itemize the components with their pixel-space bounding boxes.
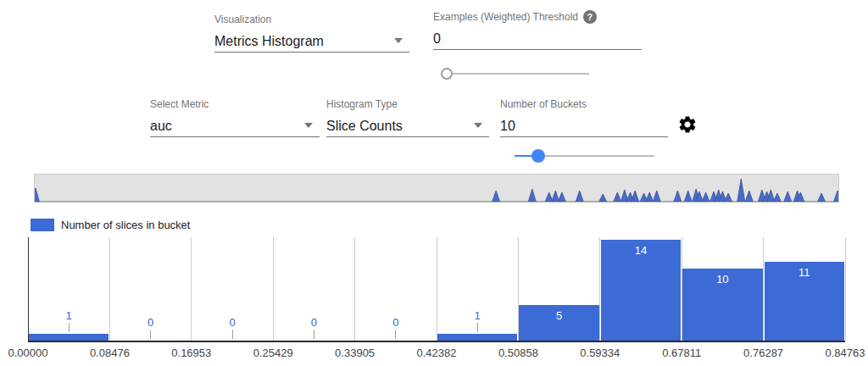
legend-label: Number of slices in bucket bbox=[61, 219, 190, 231]
threshold-field: Examples (Weighted) Threshold ? bbox=[433, 11, 642, 50]
histogram-type-dropdown[interactable]: Slice Counts bbox=[326, 115, 489, 137]
bar-value-label: 1 bbox=[460, 309, 494, 322]
annotation-stem bbox=[69, 323, 70, 332]
gridline bbox=[191, 237, 192, 341]
x-axis-tick-label: 0.76287 bbox=[734, 347, 793, 359]
metrics-histogram-chart: 10000151410110.000000.084760.169530.2542… bbox=[0, 233, 868, 366]
metric-label: Select Metric bbox=[150, 98, 320, 110]
annotation-stem bbox=[395, 330, 396, 339]
chevron-down-icon bbox=[394, 38, 403, 43]
visualization-label: Visualization bbox=[214, 14, 409, 25]
x-axis-tick-label: 0.16953 bbox=[162, 347, 221, 359]
x-axis-tick-label: 0.00000 bbox=[0, 347, 58, 359]
slice-overview-strip bbox=[34, 174, 839, 202]
bar-value-label: 11 bbox=[764, 266, 845, 279]
x-axis-tick-label: 0.25429 bbox=[243, 347, 303, 359]
visualization-field: Visualization Metrics Histogram bbox=[214, 14, 409, 53]
chart-legend: Number of slices in bucket bbox=[31, 219, 190, 231]
threshold-input-wrap bbox=[433, 28, 642, 50]
histogram-bar[interactable] bbox=[29, 334, 108, 341]
visualization-dropdown[interactable]: Metrics Histogram bbox=[214, 30, 409, 53]
visualization-value: Metrics Histogram bbox=[214, 32, 324, 51]
histogram-bar[interactable] bbox=[437, 334, 517, 341]
bar-value-label: 0 bbox=[215, 316, 249, 329]
buckets-field: Number of Buckets bbox=[500, 98, 668, 137]
threshold-label: Examples (Weighted) Threshold bbox=[433, 11, 578, 23]
metrics-histogram-app: Visualization Metrics Histogram Examples… bbox=[0, 0, 868, 366]
bar-value-label: 1 bbox=[52, 309, 86, 322]
threshold-label-row: Examples (Weighted) Threshold ? bbox=[433, 11, 642, 23]
annotation-stem bbox=[232, 330, 233, 339]
y-axis-line bbox=[28, 237, 29, 341]
bar-value-label: 14 bbox=[600, 244, 682, 257]
bar-value-label: 0 bbox=[297, 316, 331, 329]
x-axis-line bbox=[28, 341, 845, 342]
threshold-slider[interactable] bbox=[447, 67, 589, 80]
settings-gear-icon[interactable] bbox=[677, 114, 698, 135]
buckets-slider-handle[interactable] bbox=[531, 149, 545, 163]
histogram-type-label: Histogram Type bbox=[326, 98, 489, 110]
legend-color-swatch bbox=[31, 219, 54, 231]
metric-field: Select Metric auc bbox=[150, 98, 320, 137]
buckets-input-wrap bbox=[500, 115, 668, 137]
metric-value: auc bbox=[150, 117, 172, 136]
x-axis-tick-label: 0.84763 bbox=[815, 347, 868, 359]
gridline bbox=[273, 237, 274, 341]
histogram-type-value: Slice Counts bbox=[326, 117, 403, 136]
threshold-input[interactable] bbox=[433, 30, 642, 48]
annotation-stem bbox=[150, 330, 151, 339]
x-axis-tick-label: 0.67811 bbox=[652, 347, 711, 359]
x-axis-tick-label: 0.08476 bbox=[80, 347, 139, 359]
bar-value-label: 0 bbox=[134, 316, 168, 329]
bar-value-label: 10 bbox=[682, 273, 763, 286]
help-icon[interactable]: ? bbox=[583, 10, 597, 24]
bar-value-label: 5 bbox=[518, 309, 599, 322]
gridline bbox=[109, 237, 110, 341]
buckets-slider[interactable] bbox=[515, 149, 654, 163]
chevron-down-icon bbox=[304, 123, 313, 128]
gridline bbox=[437, 237, 437, 341]
x-axis-tick-label: 0.33905 bbox=[326, 347, 385, 359]
annotation-stem bbox=[477, 323, 478, 332]
chevron-down-icon bbox=[474, 123, 482, 128]
threshold-slider-track[interactable] bbox=[447, 73, 589, 75]
threshold-slider-handle[interactable] bbox=[441, 68, 453, 80]
buckets-input[interactable] bbox=[500, 117, 668, 136]
annotation-stem bbox=[314, 330, 314, 339]
gridline bbox=[354, 237, 355, 341]
x-axis-tick-label: 0.59334 bbox=[570, 347, 630, 359]
metric-dropdown[interactable]: auc bbox=[150, 115, 320, 137]
buckets-label: Number of Buckets bbox=[500, 98, 668, 110]
gridline bbox=[845, 237, 846, 341]
slice-overview-spikes bbox=[35, 175, 838, 202]
x-axis-tick-label: 0.42382 bbox=[407, 347, 466, 359]
bar-value-label: 0 bbox=[379, 316, 413, 329]
x-axis-tick-label: 0.50858 bbox=[488, 347, 548, 359]
histogram-type-field: Histogram Type Slice Counts bbox=[326, 98, 489, 137]
